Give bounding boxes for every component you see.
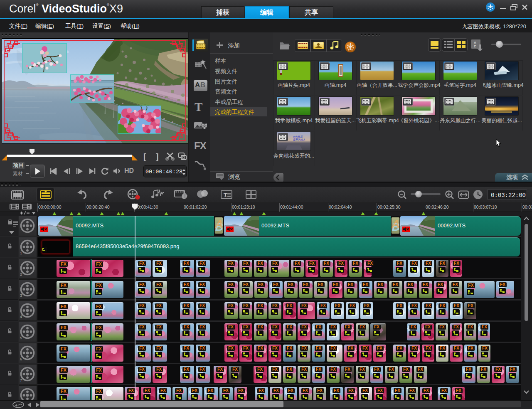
svg-text:Z: Z	[474, 44, 476, 48]
svg-text:T: T	[224, 192, 227, 198]
svg-text:A: A	[474, 41, 476, 44]
